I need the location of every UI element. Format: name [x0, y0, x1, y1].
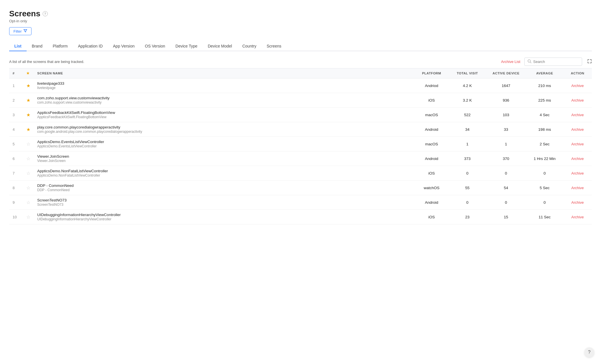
tab-os-version[interactable]: OS Version	[140, 41, 170, 51]
expand-icon[interactable]	[587, 59, 592, 65]
tab-device-type[interactable]: Device Type	[170, 41, 203, 51]
cell-star[interactable]: ☆	[23, 210, 34, 224]
star-filled-icon[interactable]: ★	[26, 112, 30, 117]
cell-average: 0	[526, 195, 563, 210]
archive-button[interactable]: Archive	[571, 113, 584, 117]
title-help-icon[interactable]: ?	[43, 11, 48, 16]
table-row: 9 ☆ ScreenTestNO73 ScreenTestNO73 Androi…	[9, 195, 592, 210]
cell-star[interactable]: ★	[23, 108, 34, 122]
cell-average: 225 ms	[526, 93, 563, 108]
cell-action: Archive	[563, 195, 592, 210]
tab-device-model[interactable]: Device Model	[203, 41, 237, 51]
tab-country[interactable]: Country	[237, 41, 262, 51]
archive-button[interactable]: Archive	[571, 157, 584, 161]
cell-total-visit: 34	[449, 122, 486, 137]
archive-button[interactable]: Archive	[571, 215, 584, 219]
cell-active-device: 0	[486, 166, 526, 181]
cell-screen-name: AppticsDemo.NonFatalListViewController A…	[34, 166, 414, 181]
tab-platform[interactable]: Platform	[48, 41, 73, 51]
cell-total-visit: 522	[449, 108, 486, 122]
help-bubble[interactable]: ?	[584, 347, 594, 357]
cell-active-device: 54	[486, 181, 526, 195]
cell-active-device: 15	[486, 210, 526, 224]
table-row: 8 ☆ DDP - CommonNeed DDP - CommonNeed wa…	[9, 181, 592, 195]
archive-button[interactable]: Archive	[571, 171, 584, 175]
table-description: A list of all the screens that are being…	[9, 60, 84, 64]
star-empty-icon[interactable]: ☆	[26, 156, 30, 161]
screen-name-main: ScreenTestNO73	[37, 198, 411, 202]
cell-star[interactable]: ☆	[23, 137, 34, 151]
cell-star[interactable]: ★	[23, 93, 34, 108]
col-active-device: ACTIVE DEVICE	[486, 68, 526, 78]
cell-platform: Andriod	[414, 78, 449, 93]
cell-star[interactable]: ☆	[23, 195, 34, 210]
cell-average: 210 ms	[526, 78, 563, 93]
col-total-visit: TOTAL VISIT	[449, 68, 486, 78]
star-empty-icon[interactable]: ☆	[26, 185, 30, 190]
cell-star[interactable]: ★	[23, 78, 34, 93]
cell-total-visit: 1	[449, 137, 486, 151]
archive-button[interactable]: Archive	[571, 98, 584, 102]
screen-name-main: DDP - CommonNeed	[37, 183, 411, 188]
tab-screens[interactable]: Screens	[262, 41, 286, 51]
cell-platform: macOS	[414, 108, 449, 122]
archive-button[interactable]: Archive	[571, 186, 584, 190]
cell-screen-name: DDP - CommonNeed DDP - CommonNeed	[34, 181, 414, 195]
cell-star[interactable]: ★	[23, 122, 34, 137]
cell-action: Archive	[563, 151, 592, 166]
cell-active-device: 0	[486, 195, 526, 210]
star-filled-icon[interactable]: ★	[26, 83, 30, 88]
cell-num: 2	[9, 93, 23, 108]
cell-star[interactable]: ☆	[23, 151, 34, 166]
cell-num: 9	[9, 195, 23, 210]
archive-list-button[interactable]: Archive List	[501, 60, 520, 64]
cell-active-device: 33	[486, 122, 526, 137]
screen-name-main: UIDebuggingInformationHierarchyViewContr…	[37, 213, 411, 217]
tab-app-version[interactable]: App Version	[108, 41, 140, 51]
star-filled-icon[interactable]: ★	[26, 127, 30, 132]
cell-average: 0	[526, 166, 563, 181]
star-empty-icon[interactable]: ☆	[26, 200, 30, 205]
cell-platform: watchOS	[414, 181, 449, 195]
archive-button[interactable]: Archive	[571, 200, 584, 205]
cell-num: 3	[9, 108, 23, 122]
search-input[interactable]	[533, 60, 579, 64]
table-row: 7 ☆ AppticsDemo.NonFatalListViewControll…	[9, 166, 592, 181]
cell-action: Archive	[563, 122, 592, 137]
page-subtitle: Opt-in only	[9, 19, 592, 23]
archive-button[interactable]: Archive	[571, 84, 584, 88]
archive-button[interactable]: Archive	[571, 142, 584, 146]
screen-name-main: Viewer.JoinScreen	[37, 154, 411, 159]
filter-button[interactable]: Filter	[9, 27, 31, 35]
cell-screen-name: AppticsFeedbackKitSwift.FloatingBottomVi…	[34, 108, 414, 122]
cell-average: 11 Sec	[526, 210, 563, 224]
cell-platform: Android	[414, 195, 449, 210]
cell-screen-name: com.zoho.support.view.customviewactivity…	[34, 93, 414, 108]
tab-application-id[interactable]: Application ID	[73, 41, 108, 51]
archive-button[interactable]: Archive	[571, 127, 584, 132]
tab-list[interactable]: List	[9, 41, 27, 51]
cell-action: Archive	[563, 166, 592, 181]
cell-platform: iOS	[414, 166, 449, 181]
cell-active-device: 103	[486, 108, 526, 122]
cell-active-device: 1647	[486, 78, 526, 93]
cell-screen-name: ScreenTestNO73 ScreenTestNO73	[34, 195, 414, 210]
star-filled-icon[interactable]: ★	[26, 98, 30, 103]
screen-name-sub: DDP - CommonNeed	[37, 188, 411, 192]
star-empty-icon[interactable]: ☆	[26, 142, 30, 147]
toolbar-right: Archive List	[501, 58, 592, 66]
cell-star[interactable]: ☆	[23, 166, 34, 181]
cell-screen-name: livetestpage333 livetestpage	[34, 78, 414, 93]
cell-total-visit: 55	[449, 181, 486, 195]
star-empty-icon[interactable]: ☆	[26, 171, 30, 176]
cell-star[interactable]: ☆	[23, 181, 34, 195]
tab-brand[interactable]: Brand	[27, 41, 48, 51]
col-star: ★	[23, 68, 34, 78]
cell-num: 6	[9, 151, 23, 166]
cell-average: 4 Sec	[526, 108, 563, 122]
star-empty-icon[interactable]: ☆	[26, 215, 30, 219]
cell-platform: Android	[414, 151, 449, 166]
cell-total-visit: 0	[449, 166, 486, 181]
screen-name-main: com.zoho.support.view.customviewactivity	[37, 96, 411, 100]
title-text: Screens	[9, 9, 40, 18]
